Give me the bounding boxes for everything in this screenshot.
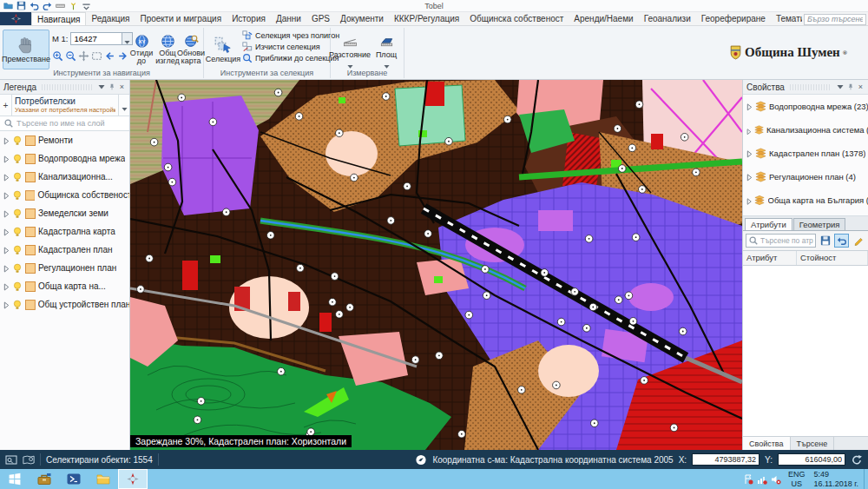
tab-Редакция[interactable]: Редакция	[86, 12, 135, 25]
map-canvas[interactable]: Зареждане 30%, Кадастрален план: Хоризон…	[130, 80, 742, 450]
selection-button[interactable]: Селекция	[205, 30, 241, 69]
close-icon[interactable]: ×	[118, 83, 126, 91]
column-header-value[interactable]: Стойност	[797, 251, 868, 265]
layer-visibility-bulb-icon[interactable]	[12, 190, 23, 201]
legend-layer-row[interactable]: Кадастрална карта	[0, 222, 129, 241]
legend-layer-row[interactable]: Водопроводна мрежа	[0, 149, 129, 168]
panel-menu-icon[interactable]	[97, 83, 105, 91]
legend-layer-row[interactable]: Земеделски земи	[0, 204, 129, 222]
scale-value-input[interactable]	[71, 34, 122, 43]
layer-visibility-bulb-icon[interactable]	[12, 300, 23, 310]
selection-polygon-button[interactable]: Селекция чрез полигон	[242, 30, 339, 41]
y-coordinate-input[interactable]	[778, 453, 845, 466]
properties-layer-row[interactable]: Обща карта на България (4)	[743, 188, 868, 212]
tab-Георефериране[interactable]: Георефериране	[696, 12, 771, 25]
pin-icon[interactable]	[846, 83, 854, 91]
tab-geometry[interactable]: Геометрия	[793, 218, 846, 230]
pin-icon[interactable]	[108, 83, 115, 91]
zoom-to-selection-button[interactable]: Приближи до селекция	[242, 53, 339, 63]
layer-visibility-bulb-icon[interactable]	[12, 281, 23, 292]
tab-Аренди/Наеми[interactable]: Аренди/Наеми	[569, 12, 638, 25]
scale-combobox[interactable]	[70, 32, 133, 45]
add-profile-button[interactable]: +	[0, 95, 12, 116]
powershell-button[interactable]	[59, 469, 89, 489]
distance-button[interactable]: Разстояние	[332, 30, 367, 69]
action-center-icon[interactable]	[743, 474, 753, 485]
properties-layer-row[interactable]: Кадастрален план (1378)	[743, 142, 868, 165]
expand-arrow-icon[interactable]	[3, 136, 10, 144]
selection-zoom-icon[interactable]	[23, 454, 35, 466]
goto-button[interactable]: XY Отиди до	[128, 30, 155, 69]
x-coordinate-input[interactable]	[692, 453, 760, 466]
tab-Геоанализи[interactable]: Геоанализи	[639, 12, 696, 25]
expand-arrow-icon[interactable]	[3, 173, 10, 181]
tab-КККР/Регулация[interactable]: КККР/Регулация	[389, 12, 464, 25]
volume-muted-icon[interactable]	[771, 474, 781, 485]
undo-icon[interactable]	[30, 1, 39, 10]
column-header-attribute[interactable]: Атрибут	[743, 251, 797, 265]
expand-arrow-icon[interactable]	[3, 155, 10, 162]
pan-cross-icon[interactable]	[78, 50, 89, 62]
legend-layer-row[interactable]: Обща карта на...	[0, 277, 129, 295]
expand-arrow-icon[interactable]	[3, 301, 10, 308]
properties-layer-row[interactable]: Регулационен план (4)	[743, 165, 868, 188]
tab-Общинска собственост[interactable]: Общинска собственост	[464, 12, 569, 25]
expand-arrow-icon[interactable]	[3, 246, 10, 254]
tab-attributes[interactable]: Атрибути	[745, 218, 792, 230]
layer-visibility-bulb-icon[interactable]	[12, 208, 23, 219]
clock[interactable]: 5:49 16.11.2018 г.	[808, 469, 864, 489]
next-view-icon[interactable]	[117, 50, 128, 62]
expand-arrow-icon[interactable]	[3, 191, 10, 199]
zoom-in-icon[interactable]	[52, 50, 63, 62]
layer-visibility-bulb-icon[interactable]	[12, 263, 23, 274]
zoom-rectangle-icon[interactable]	[91, 50, 102, 62]
refresh-coordinates-icon[interactable]	[851, 454, 863, 466]
layer-visibility-bulb-icon[interactable]	[12, 172, 23, 182]
tab-Документи[interactable]: Документи	[335, 12, 389, 25]
layer-visibility-bulb-icon[interactable]	[12, 245, 23, 255]
close-icon[interactable]: ×	[857, 83, 865, 91]
expand-arrow-icon[interactable]	[746, 196, 752, 204]
layer-search-input[interactable]	[16, 119, 126, 128]
file-explorer-button[interactable]	[89, 469, 118, 489]
tab-GPS[interactable]: GPS	[306, 12, 335, 25]
bottom-tab-properties[interactable]: Свойства	[743, 437, 791, 450]
tab-История[interactable]: История	[227, 12, 271, 25]
profile-dropdown-button[interactable]	[118, 95, 129, 116]
save-icon[interactable]	[16, 1, 26, 10]
tab-Навигация[interactable]: Навигация	[31, 12, 86, 25]
panel-menu-icon[interactable]	[836, 83, 844, 91]
expand-arrow-icon[interactable]	[3, 209, 10, 217]
expand-arrow-icon[interactable]	[746, 149, 753, 157]
pan-tool-button[interactable]: Преместване	[3, 30, 49, 69]
expand-arrow-icon[interactable]	[746, 102, 753, 110]
legend-layer-row[interactable]: Канализационна...	[0, 168, 129, 186]
gps-icon[interactable]	[69, 1, 78, 10]
tab-Тематични карти[interactable]: Тематични карти	[771, 12, 802, 25]
start-button[interactable]	[0, 469, 30, 489]
properties-layer-row[interactable]: Водопроводна мрежа (23)	[743, 95, 868, 118]
tab-Данни[interactable]: Данни	[271, 12, 306, 25]
tab-Проекти и миграция[interactable]: Проекти и миграция	[135, 12, 227, 25]
save-attributes-button[interactable]	[818, 234, 832, 248]
legend-layer-row[interactable]: Общинска собственост	[0, 186, 129, 204]
application-menu-button[interactable]	[0, 12, 31, 25]
language-indicator[interactable]: ENG US	[785, 469, 809, 489]
network-icon[interactable]	[757, 474, 767, 485]
zoom-out-icon[interactable]	[65, 50, 76, 62]
legend-layer-row[interactable]: Ремонти	[0, 131, 129, 149]
legend-layer-row[interactable]: Общ устройствен план	[0, 295, 129, 314]
revert-attributes-button[interactable]	[834, 234, 849, 248]
legend-layer-row[interactable]: Кадастрален план	[0, 241, 129, 259]
quick-search-input[interactable]	[804, 14, 866, 25]
open-file-icon[interactable]	[3, 1, 13, 10]
expand-arrow-icon[interactable]	[746, 126, 752, 134]
legend-profile[interactable]: Потребителски Указани от потребителя нас…	[12, 95, 118, 116]
measure-icon[interactable]	[56, 1, 65, 10]
legend-layer-row[interactable]: Регулационен план	[0, 259, 129, 277]
layer-visibility-bulb-icon[interactable]	[12, 154, 23, 164]
previous-view-icon[interactable]	[104, 50, 115, 62]
attribute-search-input[interactable]	[760, 236, 813, 245]
redo-icon[interactable]	[43, 1, 52, 10]
bottom-tab-search[interactable]: Търсене	[791, 437, 835, 450]
